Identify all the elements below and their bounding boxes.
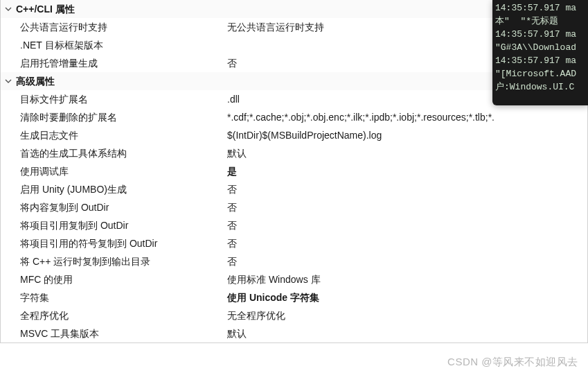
property-label: 使用调试库 [1, 163, 226, 180]
console-line: 14:35:57.917 ma [495, 1, 585, 15]
console-line: "G#3A\\Download [495, 41, 585, 54]
property-label: 将项目引用复制到 OutDir [1, 217, 226, 234]
property-label: MSVC 工具集版本 [1, 325, 226, 342]
property-label: 公共语言运行时支持 [1, 19, 226, 35]
property-value[interactable]: 无全程序优化 [226, 307, 587, 324]
chevron-down-icon[interactable] [3, 76, 13, 86]
property-value[interactable]: 否 [226, 199, 587, 216]
property-value[interactable]: *.cdf;*.cache;*.obj;*.obj.enc;*.ilk;*.ip… [226, 109, 587, 125]
group-title: 高级属性 [16, 73, 55, 89]
property-label: 将项目引用的符号复制到 OutDir [1, 235, 226, 252]
property-row[interactable]: 将内容复制到 OutDir否 [1, 198, 587, 216]
property-value[interactable]: $(IntDir)$(MSBuildProjectName).log [226, 127, 587, 144]
console-overlay: 14:35:57.917 ma本" "*无标题14:35:57.917 ma"G… [492, 0, 588, 105]
property-label: .NET 目标框架版本 [1, 37, 226, 53]
property-row[interactable]: 将项目引用复制到 OutDir否 [1, 216, 587, 234]
property-label: 首选的生成工具体系结构 [1, 145, 226, 162]
console-line: 本" "*无标题 [495, 15, 585, 28]
property-row[interactable]: MFC 的使用使用标准 Windows 库 [1, 270, 587, 288]
property-label: 全程序优化 [1, 307, 226, 324]
console-line: 14:35:57.917 ma [495, 28, 585, 41]
property-value[interactable]: 默认 [226, 145, 587, 162]
property-row[interactable]: 启用 Unity (JUMBO)生成否 [1, 180, 587, 198]
property-row[interactable]: 全程序优化无全程序优化 [1, 306, 587, 324]
property-label: 将内容复制到 OutDir [1, 199, 226, 216]
property-label: 启用 Unity (JUMBO)生成 [1, 181, 226, 198]
property-label: 启用托管增量生成 [1, 55, 226, 71]
property-row[interactable]: 将 C++ 运行时复制到输出目录否 [1, 252, 587, 270]
group-title: C++/CLI 属性 [16, 1, 75, 17]
console-line: 户:Windows.UI.C [495, 80, 585, 94]
chevron-down-icon[interactable] [3, 4, 13, 14]
property-row[interactable]: 将项目引用的符号复制到 OutDir否 [1, 234, 587, 252]
property-label: MFC 的使用 [1, 271, 226, 288]
property-value[interactable]: 否 [226, 181, 587, 198]
property-value[interactable]: 使用标准 Windows 库 [226, 271, 587, 288]
property-value[interactable]: 使用 Unicode 字符集 [226, 289, 587, 306]
watermark-text: CSDN @等风来不如迎风去 [447, 356, 578, 369]
property-label: 清除时要删除的扩展名 [1, 109, 226, 125]
property-label: 目标文件扩展名 [1, 91, 226, 107]
property-label: 将 C++ 运行时复制到输出目录 [1, 253, 226, 270]
property-value[interactable]: 默认 [226, 325, 587, 342]
console-line: 14:35:57.917 ma [495, 54, 585, 67]
property-value[interactable]: 是 [226, 163, 587, 180]
property-row[interactable]: 使用调试库是 [1, 162, 587, 180]
property-value[interactable]: 否 [226, 253, 587, 270]
property-label: 字符集 [1, 289, 226, 306]
property-row[interactable]: 清除时要删除的扩展名*.cdf;*.cache;*.obj;*.obj.enc;… [1, 108, 587, 126]
console-line: "[Microsoft.AAD [495, 67, 585, 80]
property-value[interactable]: 否 [226, 235, 587, 252]
property-row[interactable]: 字符集使用 Unicode 字符集 [1, 288, 587, 306]
property-value[interactable]: 否 [226, 217, 587, 234]
property-row[interactable]: 生成日志文件$(IntDir)$(MSBuildProjectName).log [1, 126, 587, 144]
property-row[interactable]: MSVC 工具集版本默认 [1, 324, 587, 342]
property-label: 生成日志文件 [1, 127, 226, 144]
property-row[interactable]: 首选的生成工具体系结构默认 [1, 144, 587, 162]
